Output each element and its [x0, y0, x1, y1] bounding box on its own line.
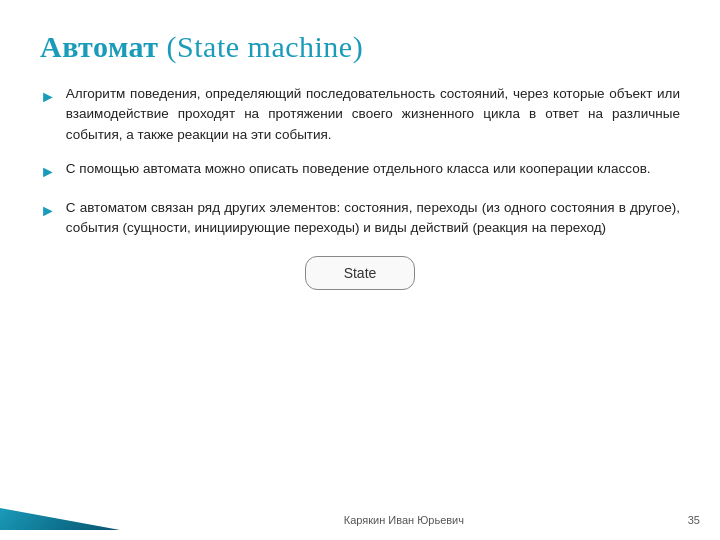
bullet-arrow-2: ► [40, 160, 56, 184]
state-box: State [305, 256, 416, 290]
footer-author: Карякин Иван Юрьевич [120, 514, 688, 530]
bullet-arrow-1: ► [40, 85, 56, 109]
bullet-text-3: С автоматом связан ряд других элементов:… [66, 198, 680, 239]
bullet-list: ► Алгоритм поведения, определяющий после… [40, 84, 680, 238]
bullet-arrow-3: ► [40, 199, 56, 223]
state-diagram: State [40, 256, 680, 290]
footer-page: 35 [688, 514, 720, 530]
bullet-text-1: Алгоритм поведения, определяющий последо… [66, 84, 680, 145]
list-item: ► С автоматом связан ряд других элементо… [40, 198, 680, 239]
slide-title: Автомат (State machine) [40, 30, 680, 64]
list-item: ► Алгоритм поведения, определяющий после… [40, 84, 680, 145]
list-item: ► С помощью автомата можно описать повед… [40, 159, 680, 184]
title-part2: (State machine) [159, 30, 364, 63]
bullet-text-2: С помощью автомата можно описать поведен… [66, 159, 680, 179]
title-part1: Автомат [40, 30, 159, 63]
footer: Карякин Иван Юрьевич 35 [0, 508, 720, 530]
slide: Автомат (State machine) ► Алгоритм повед… [0, 0, 720, 540]
footer-decoration [0, 508, 120, 530]
state-label: State [344, 265, 377, 281]
